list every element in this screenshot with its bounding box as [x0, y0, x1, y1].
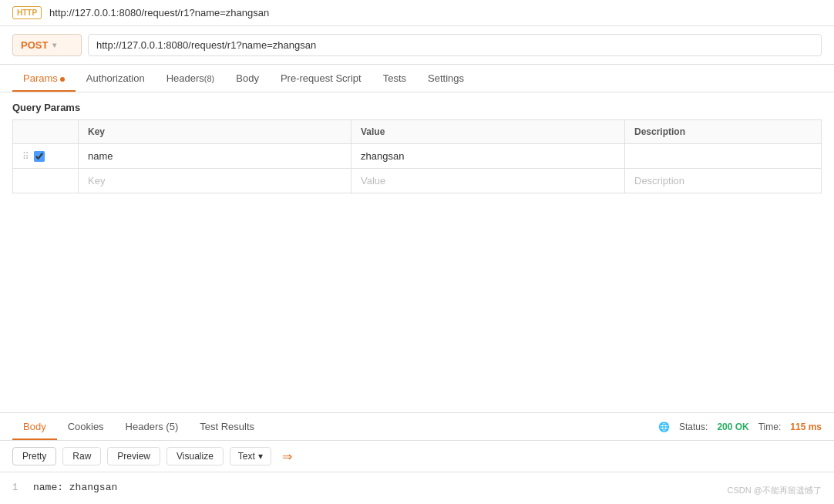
value-placeholder-cell[interactable]: Value [351, 169, 625, 193]
query-params-title: Query Params [12, 102, 822, 113]
query-params-section: Query Params Key Value Description ⠿ [0, 92, 834, 193]
row-checkbox[interactable] [34, 151, 45, 162]
http-badge: HTTP [12, 6, 42, 19]
row-controls-empty [13, 169, 79, 193]
request-tabs: Params Authorization Headers(8) Body Pre… [0, 65, 834, 92]
params-table: Key Value Description ⠿ name zhangsan [12, 119, 822, 193]
title-url: http://127.0.0.1:8080/request/r1?name=zh… [49, 7, 269, 18]
key-placeholder-cell[interactable]: Key [79, 169, 351, 193]
tab-pre-request[interactable]: Pre-request Script [270, 65, 372, 92]
drag-handle-icon[interactable]: ⠿ [22, 151, 29, 162]
tab-authorization[interactable]: Authorization [76, 65, 156, 92]
tab-body[interactable]: Body [225, 65, 270, 92]
tab-headers[interactable]: Headers(8) [156, 65, 226, 92]
tab-settings[interactable]: Settings [417, 65, 475, 92]
title-bar: HTTP http://127.0.0.1:8080/request/r1?na… [0, 0, 834, 26]
col-desc-header: Description [625, 120, 822, 144]
chevron-down-icon: ▾ [52, 41, 56, 49]
table-row: Key Value Description [13, 169, 822, 193]
method-label: POST [21, 39, 48, 51]
request-bar: POST ▾ [0, 26, 834, 65]
desc-cell [625, 144, 822, 169]
value-cell: zhangsan [351, 144, 625, 169]
tab-tests[interactable]: Tests [372, 65, 417, 92]
key-cell: name [79, 144, 351, 169]
method-select[interactable]: POST ▾ [12, 34, 82, 56]
col-key-header: Key [79, 120, 351, 144]
table-row: ⠿ name zhangsan [13, 144, 822, 169]
params-dot [60, 77, 65, 82]
key-value: name [88, 150, 113, 162]
headers-badge: (8) [204, 74, 214, 83]
desc-placeholder-cell[interactable]: Description [625, 169, 822, 193]
value-placeholder: Value [361, 175, 385, 186]
col-value-header: Value [351, 120, 625, 144]
key-placeholder: Key [88, 175, 105, 186]
tab-params[interactable]: Params [12, 65, 76, 92]
col-controls [13, 120, 79, 144]
row-controls: ⠿ [13, 144, 79, 169]
desc-placeholder: Description [634, 175, 684, 186]
value-value: zhangsan [361, 150, 404, 162]
url-input[interactable] [88, 34, 822, 56]
